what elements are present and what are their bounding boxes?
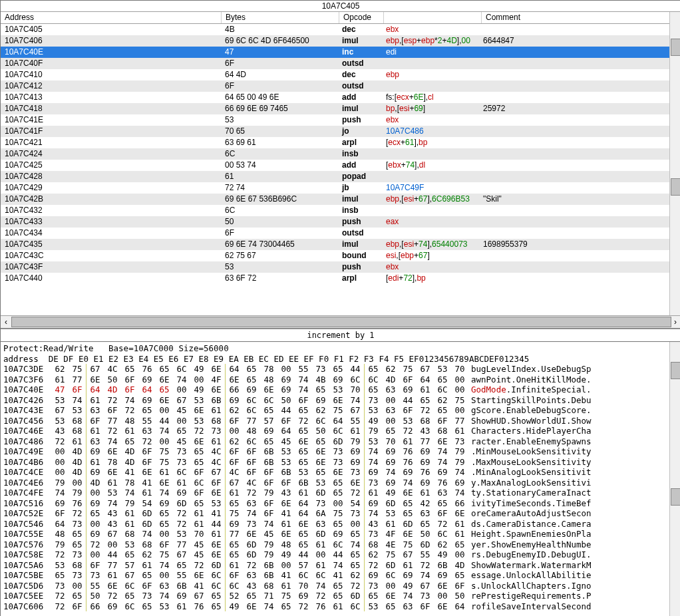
- disasm-row[interactable]: 10A7C40F6Foutsd: [1, 58, 680, 69]
- hex-row[interactable]: 10A7C52E6F726543616D6572614175746F41646A…: [3, 508, 678, 519]
- disasm-hscroll[interactable]: ‹ ›: [1, 315, 680, 328]
- hex-row[interactable]: 10A7C5767965720053686F77456E656D79486561…: [3, 539, 678, 550]
- disasm-row[interactable]: 10A7C42861popad: [1, 171, 680, 182]
- disasm-row[interactable]: 10A7C4246Cinsb: [1, 148, 680, 160]
- disasm-row[interactable]: 10A7C43569 6E 74 73004465imulebp,[esi+74…: [1, 239, 680, 250]
- disasm-row[interactable]: 10A7C4326Cinsb: [1, 205, 680, 216]
- hex-row[interactable]: 10A7C48672616374657200456E61626C65456E65…: [3, 436, 678, 447]
- hex-row[interactable]: 10A7C5D67300556E6C6F636B416C6C4368617074…: [3, 581, 678, 591]
- hex-row[interactable]: 10A7C516697669747954696D655365636F6E6473…: [3, 498, 678, 509]
- disasm-row[interactable]: 10A7C44063 6F 72arpl[edi+72],bp: [1, 273, 680, 284]
- hex-row[interactable]: 10A7C4265374617274696E67536B696C6C506F69…: [3, 395, 678, 406]
- disasm-row[interactable]: 10A7C42972 74jb10A7C49F: [1, 182, 680, 194]
- col-address[interactable]: Address: [1, 12, 222, 23]
- col-comment[interactable]: Comment: [482, 12, 680, 23]
- disasm-row[interactable]: 10A7C4054Bdecebx: [1, 24, 680, 35]
- instruction-hint: increment by 1: [1, 329, 680, 342]
- hex-row[interactable]: 10A7C4CE004D696E416E616C6F674C6F6F6B5365…: [3, 467, 678, 478]
- hexdump-pane[interactable]: Protect:Read/Write Base=10A7C000 Size=56…: [1, 342, 680, 616]
- disasm-row[interactable]: 10A7C41E53pushebx: [1, 114, 680, 126]
- hex-row[interactable]: 10A7C5A653686F7757617465726D61726B005761…: [3, 560, 678, 571]
- hex-row[interactable]: 10A7C43E6753636F726500456E61626C65446562…: [3, 405, 678, 416]
- disasm-row[interactable]: 10A7C4126Foutsd: [1, 80, 680, 92]
- disasm-rows[interactable]: 10A7C4054Bdecebx10A7C40669 6C 6C 4D 6F64…: [1, 24, 680, 315]
- disasm-row[interactable]: 10A7C43350pusheax: [1, 216, 680, 228]
- disasm-row[interactable]: 10A7C41866 69 6E 69 7465imulbp,[esi+69]2…: [1, 103, 680, 114]
- hex-row[interactable]: 10A7C4FE74790053746174696F6E61727943616D…: [3, 488, 678, 498]
- disasm-title: 10A7C405: [1, 1, 680, 12]
- hex-row[interactable]: 10A7C4B6004D61784D6F7573654C6F6F6B53656E…: [3, 457, 678, 468]
- hex-row[interactable]: 10A7C45653686F774855440053686F77576F726C…: [3, 416, 678, 426]
- hex-row[interactable]: 10A7C55E48656967687400537061776E456E656D…: [3, 529, 678, 539]
- col-args-spacer: [384, 12, 482, 23]
- hex-row[interactable]: 10A7C5EE72655072657374696765526571756972…: [3, 591, 678, 601]
- debugger-window: 10A7C405 Address Bytes Opcode Comment 10…: [0, 0, 680, 616]
- disasm-row[interactable]: 10A7C41F70 65jo10A7C486: [1, 126, 680, 137]
- scroll-left-icon[interactable]: ‹: [1, 317, 11, 327]
- hex-row[interactable]: 10A7C49E004D696E4D6F7573654C6F6F6B53656E…: [3, 446, 678, 457]
- col-opcode[interactable]: Opcode: [339, 12, 384, 23]
- disasm-row[interactable]: 10A7C40E47incedi: [1, 47, 680, 58]
- col-bytes[interactable]: Bytes: [222, 12, 339, 23]
- hex-vscroll[interactable]: [669, 342, 680, 616]
- hex-row[interactable]: 10A7C54664730043616D65726144697374616E63…: [3, 519, 678, 530]
- disasm-header: Address Bytes Opcode Comment: [1, 12, 680, 24]
- hex-row[interactable]: 10A7C4E679004D6178416E616C6F674C6F6F6B53…: [3, 478, 678, 488]
- disasm-row[interactable]: 10A7C41364 65 00 49 6Eaddfs:[ecx+6E],cl: [1, 92, 680, 103]
- hex-row[interactable]: 10A7C3DE6275674C6576656C496E646578005573…: [3, 364, 678, 375]
- disasm-row[interactable]: 10A7C43F53pushebx: [1, 261, 680, 273]
- hex-row[interactable]: 10A7C3F661776E506F696E74004F6E654869744B…: [3, 375, 678, 385]
- disasm-row[interactable]: 10A7C41064 4Ddecebp: [1, 69, 680, 80]
- disasm-vscroll[interactable]: [669, 12, 680, 315]
- disasm-row[interactable]: 10A7C4346Foutsd: [1, 228, 680, 239]
- hex-row[interactable]: 10A7C40E476F644D6F646500496E66696E697465…: [3, 385, 678, 395]
- disasm-row[interactable]: 10A7C42500 53 74add[ebx+74],dl: [1, 160, 680, 171]
- scroll-right-icon[interactable]: ›: [670, 317, 680, 327]
- disasm-row[interactable]: 10A7C40669 6C 6C 4D 6F646500imulebp,[esp…: [1, 35, 680, 47]
- disasm-row[interactable]: 10A7C42B69 6E 67 536B696Cimulebp,[esi+67…: [1, 194, 680, 205]
- hex-row[interactable]: 10A7C46E43686172616374657273004869646550…: [3, 426, 678, 436]
- hex-row[interactable]: 10A7C606726F66696C6553617665496E74657276…: [3, 601, 678, 612]
- disasm-row[interactable]: 10A7C43C62 75 67boundesi,[ebp+67]: [1, 250, 680, 261]
- hex-row[interactable]: 10A7C5BE65737361676500556E6C6F636B416C6C…: [3, 570, 678, 581]
- hex-row[interactable]: 10A7C58E7273004465627567456E656D79494400…: [3, 549, 678, 560]
- disasm-row[interactable]: 10A7C42163 69 61arpl[ecx+61],bp: [1, 137, 680, 148]
- disassembly-pane: 10A7C405 Address Bytes Opcode Comment 10…: [1, 1, 680, 329]
